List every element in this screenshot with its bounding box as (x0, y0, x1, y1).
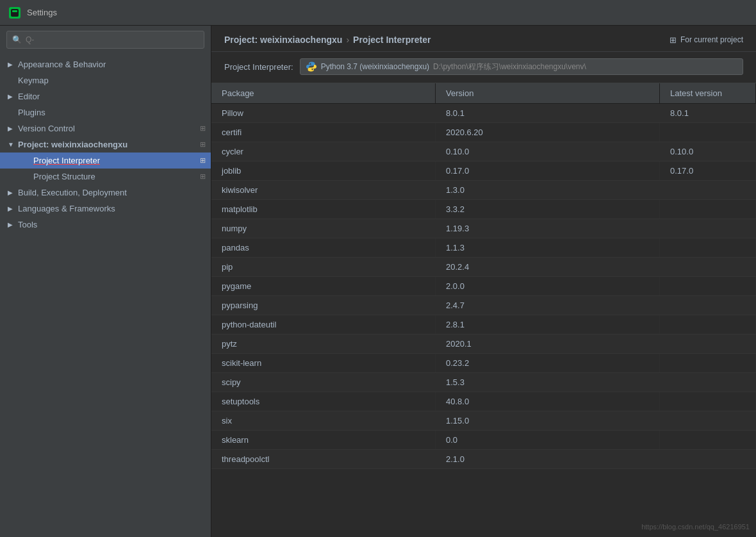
table-row[interactable]: certifi 2020.6.20 (211, 123, 756, 142)
content-header: Project: weixinxiaochengxu › Project Int… (211, 26, 756, 52)
interpreter-row: Project Interpreter: Python 3.7 (weixinx… (211, 52, 756, 83)
cell-version: 2020.1 (436, 335, 660, 353)
cell-package: joblib (211, 161, 436, 180)
cell-version: 0.23.2 (436, 354, 660, 372)
breadcrumb-page: Project Interpreter (353, 35, 431, 45)
sidebar-item-keymap[interactable]: Keymap (0, 72, 211, 88)
watermark: https://blog.csdn.net/qq_46216951 (641, 523, 750, 531)
cell-package: pyparsing (211, 296, 436, 315)
cell-latest (660, 181, 756, 199)
sidebar-item-version-control[interactable]: ▶ Version Control ⊞ (0, 120, 211, 136)
cell-package: Pillow (211, 104, 436, 122)
for-current-project-label: For current project (680, 35, 743, 44)
cell-version: 1.3.0 (436, 181, 660, 199)
table-row[interactable]: cycler 0.10.0 0.10.0 (211, 142, 756, 161)
cell-package: scikit-learn (211, 354, 436, 372)
cell-latest (660, 411, 756, 430)
cell-version: 20.2.4 (436, 258, 660, 276)
cell-version: 2020.6.20 (436, 123, 660, 142)
table-row[interactable]: kiwisolver 1.3.0 (211, 181, 756, 200)
arrow-icon: ▶ (8, 221, 14, 228)
cell-package: cycler (211, 142, 436, 161)
cell-latest (660, 238, 756, 257)
cell-latest (660, 315, 756, 334)
titlebar: Settings (0, 0, 756, 26)
cell-version: 2.8.1 (436, 315, 660, 334)
table-row[interactable]: python-dateutil 2.8.1 (211, 315, 756, 335)
table-row[interactable]: Pillow 8.0.1 8.0.1 (211, 104, 756, 123)
cell-version: 40.8.0 (436, 392, 660, 411)
cell-latest (660, 123, 756, 142)
cell-version: 0.10.0 (436, 142, 660, 161)
col-package: Package (211, 83, 436, 103)
search-box[interactable]: 🔍 (6, 31, 204, 49)
cell-package: pandas (211, 238, 436, 257)
col-latest: Latest version (660, 83, 756, 103)
cell-package: numpy (211, 219, 436, 238)
table-row[interactable]: six 1.15.0 (211, 411, 756, 431)
sidebar-item-editor[interactable]: ▶ Editor (0, 88, 211, 104)
arrow-icon: ▶ (8, 61, 14, 68)
svg-rect-1 (11, 9, 19, 17)
cell-latest (660, 450, 756, 468)
table-row[interactable]: scikit-learn 0.23.2 (211, 354, 756, 373)
sidebar-item-plugins[interactable]: Plugins (0, 104, 211, 120)
search-icon: 🔍 (12, 35, 22, 44)
table-row[interactable]: setuptools 40.8.0 (211, 392, 756, 411)
cell-package: certifi (211, 123, 436, 142)
table-row[interactable]: matplotlib 3.3.2 (211, 200, 756, 219)
table-row[interactable]: pytz 2020.1 (211, 335, 756, 354)
cell-package: sklearn (211, 431, 436, 449)
interpreter-label: Project Interpreter: (224, 62, 293, 72)
sidebar-item-build-execution[interactable]: ▶ Build, Execution, Deployment (0, 185, 211, 201)
table-row[interactable]: threadpoolctl 2.1.0 (211, 450, 756, 469)
table-row[interactable]: pandas 1.1.3 (211, 238, 756, 258)
cell-package: pygame (211, 277, 436, 295)
cell-package: pytz (211, 335, 436, 353)
search-input[interactable] (26, 35, 199, 44)
cell-version: 2.1.0 (436, 450, 660, 468)
cell-package: pip (211, 258, 436, 276)
interpreter-selector[interactable]: Python 3.7 (weixinxiaochengxu) D:\python… (300, 58, 743, 75)
table-row[interactable]: sklearn 0.0 (211, 431, 756, 450)
cell-version: 2.4.7 (436, 296, 660, 315)
cell-package: setuptools (211, 392, 436, 411)
sidebar-item-project-interpreter[interactable]: Project Interpreter ⊞ (0, 153, 211, 169)
cell-latest (660, 354, 756, 372)
nav-tree: ▶ Appearance & Behavior Keymap ▶ Editor … (0, 54, 211, 537)
sidebar-item-project-structure[interactable]: Project Structure ⊞ (0, 169, 211, 185)
cell-version: 1.15.0 (436, 411, 660, 430)
cell-version: 0.17.0 (436, 161, 660, 180)
table-row[interactable]: joblib 0.17.0 0.17.0 (211, 161, 756, 181)
arrow-icon: ▶ (8, 125, 14, 132)
cell-package: kiwisolver (211, 181, 436, 199)
cell-version: 8.0.1 (436, 104, 660, 122)
sidebar-item-tools[interactable]: ▶ Tools (0, 217, 211, 233)
cell-package: six (211, 411, 436, 430)
table-row[interactable]: numpy 1.19.3 (211, 219, 756, 238)
cell-latest: 0.17.0 (660, 161, 756, 180)
cell-latest (660, 258, 756, 276)
cell-latest (660, 335, 756, 353)
main-layout: 🔍 ▶ Appearance & Behavior Keymap ▶ Edito… (0, 26, 756, 537)
table-body: Pillow 8.0.1 8.0.1 certifi 2020.6.20 cyc… (211, 104, 756, 469)
app-icon (8, 6, 22, 20)
project-icon: ⊞ (670, 35, 677, 45)
interpreter-path: D:\python\程序练习\weixinxiaochengxu\venv\ (433, 62, 586, 72)
table-row[interactable]: scipy 1.5.3 (211, 373, 756, 392)
cell-version: 1.1.3 (436, 238, 660, 257)
settings-icon: ⊞ (200, 124, 206, 133)
cell-package: python-dateutil (211, 315, 436, 334)
settings-icon: ⊞ (200, 172, 206, 181)
table-row[interactable]: pip 20.2.4 (211, 258, 756, 277)
table-row[interactable]: pygame 2.0.0 (211, 277, 756, 296)
cell-version: 0.0 (436, 431, 660, 449)
sidebar-item-languages[interactable]: ▶ Languages & Frameworks (0, 201, 211, 217)
cell-latest: 0.10.0 (660, 142, 756, 161)
cell-latest (660, 277, 756, 295)
sidebar-item-project[interactable]: ▼ Project: weixinxiaochengxu ⊞ (0, 136, 211, 153)
sidebar-item-appearance[interactable]: ▶ Appearance & Behavior (0, 56, 211, 72)
table-row[interactable]: pyparsing 2.4.7 (211, 296, 756, 315)
cell-version: 3.3.2 (436, 200, 660, 219)
arrow-icon: ▼ (8, 141, 14, 148)
